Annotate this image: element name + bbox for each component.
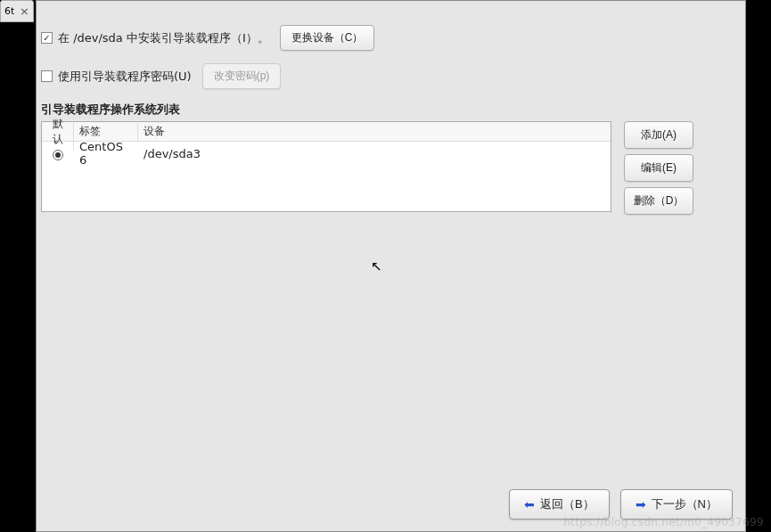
os-label-cell: CentOS 6 [74, 137, 138, 169]
back-button-label: 返回（B） [540, 496, 595, 512]
use-password-row: 使用引导装载程序密码(U) 改变密码(p) [41, 63, 742, 89]
os-list-wrap: 默认 标签 设备 CentOS 6 /dev/sda3 添加(A) 编辑(E) … [41, 121, 742, 215]
install-bootloader-label: 在 /dev/sda 中安装引导装载程序（I）。 [58, 30, 269, 46]
window-tab[interactable]: 6t × [0, 0, 34, 22]
use-password-label: 使用引导装载程序密码(U) [58, 69, 192, 85]
change-password-button: 改变密码(p) [202, 63, 282, 89]
side-buttons: 添加(A) 编辑(E) 删除（D） [624, 121, 693, 215]
outer-frame: 6t × 在 /dev/sda 中安装引导装载程序（I）。 更换设备（C） 使用… [0, 0, 771, 532]
footer-buttons: ⬅ 返回（B） ➡ 下一步（N） [509, 489, 733, 520]
use-password-checkbox[interactable] [41, 70, 53, 82]
default-os-radio[interactable] [53, 150, 63, 160]
install-bootloader-row: 在 /dev/sda 中安装引导装载程序（I）。 更换设备（C） [41, 25, 742, 51]
cursor-icon: ↖ [371, 258, 382, 274]
tab-label: 6t [4, 5, 14, 17]
install-bootloader-checkbox[interactable] [41, 32, 53, 44]
change-device-button[interactable]: 更换设备（C） [280, 25, 375, 51]
arrow-left-icon: ⬅ [524, 498, 535, 511]
content-area: 在 /dev/sda 中安装引导装载程序（I）。 更换设备（C） 使用引导装载程… [41, 25, 742, 528]
os-table: 默认 标签 设备 CentOS 6 /dev/sda3 [41, 121, 611, 212]
arrow-right-icon: ➡ [636, 498, 646, 511]
edit-button[interactable]: 编辑(E) [624, 154, 693, 182]
back-button[interactable]: ⬅ 返回（B） [509, 489, 610, 520]
os-device-cell: /dev/sda3 [138, 144, 611, 163]
add-button[interactable]: 添加(A) [624, 121, 693, 149]
close-icon[interactable]: × [20, 4, 29, 18]
os-list-title: 引导装载程序操作系统列表 [41, 102, 742, 118]
table-row[interactable]: CentOS 6 /dev/sda3 [42, 142, 611, 165]
next-button-label: 下一步（N） [652, 496, 718, 512]
next-button[interactable]: ➡ 下一步（N） [620, 489, 733, 520]
col-header-device[interactable]: 设备 [138, 121, 611, 142]
delete-button[interactable]: 删除（D） [624, 187, 693, 215]
